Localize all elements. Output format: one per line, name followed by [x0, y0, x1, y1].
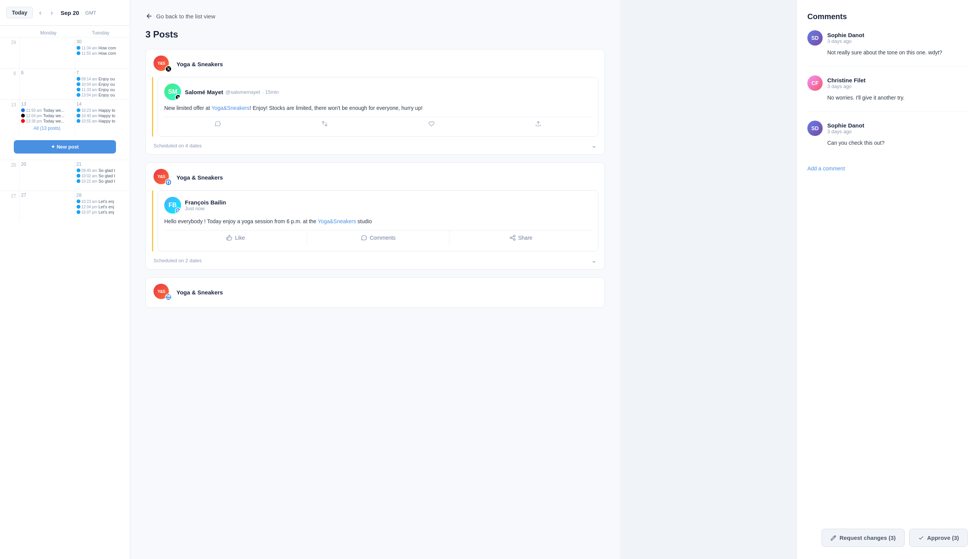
like-button[interactable]: Like: [164, 230, 307, 245]
calendar-event[interactable]: 11:34 am How com: [76, 46, 129, 50]
commenter-info: Sophie Danot 3 days ago: [827, 122, 864, 134]
post-card-1: Y&S Yoga & Sneakers SM: [145, 49, 605, 155]
event-time: 10:04 am: [81, 82, 98, 86]
back-link[interactable]: Go back to the list view: [145, 12, 605, 20]
brand-name: Yoga & Sneakers: [177, 174, 223, 181]
all-posts-link[interactable]: All (13 posts): [21, 124, 73, 132]
back-arrow-icon: [145, 12, 153, 20]
today-button[interactable]: Today: [6, 7, 33, 18]
calendar-event[interactable]: 11:55 am How com: [76, 51, 129, 56]
header-empty: [3, 30, 22, 36]
post-card-2: Y&S Yoga & Sneakers FB: [145, 162, 605, 270]
event-label: Enjoy ou: [98, 76, 115, 81]
approve-button[interactable]: Approve (3): [909, 529, 968, 547]
calendar-week: 27 27 28 10:23 am Let's enj 12:04 pm Let…: [0, 191, 130, 222]
event-label: So glad t: [98, 179, 115, 184]
comments-label: Comments: [370, 235, 396, 241]
thumbs-up-icon: [226, 234, 233, 241]
cell-date: 21: [76, 162, 129, 167]
scheduled-label: Scheduled on 4 dates: [154, 143, 202, 149]
comment-item: SD Sophie Danot 3 days ago Not really su…: [807, 30, 969, 66]
author-name: Salomé Mayet: [185, 89, 223, 95]
posts-count-title: 3 Posts: [145, 29, 605, 40]
request-changes-button[interactable]: Request changes (3): [821, 529, 905, 547]
cell-date: 28: [76, 193, 129, 198]
calendar-week: 6 6 7 09:14 am Enjoy ou 10:04 am Enjoy o…: [0, 68, 130, 99]
week-number: 13: [0, 100, 19, 134]
calendar-event[interactable]: 15:07 pm Let's enj: [76, 210, 129, 214]
next-button[interactable]: ›: [48, 7, 56, 18]
calendar-cell: 14 10:23 am Happy to 10:40 am Happy to 1…: [74, 100, 130, 134]
share-action[interactable]: [535, 120, 542, 127]
calendar-event[interactable]: 09:45 am So glad t: [76, 168, 129, 173]
post-avatar: FB: [164, 197, 181, 213]
calendar-week: 20 20 21 09:45 am So glad t 10:02 am So …: [0, 160, 130, 191]
prev-button[interactable]: ‹: [36, 7, 45, 18]
linkedin-badge: [165, 294, 172, 301]
event-time: 09:45 am: [81, 169, 98, 173]
event-time: 11:34 am: [81, 46, 98, 50]
post-link[interactable]: Yoga&Sneakers: [318, 218, 356, 224]
comments-button[interactable]: Comments: [307, 230, 450, 245]
new-post-button[interactable]: ✦ New post: [14, 140, 116, 154]
comment-action[interactable]: [214, 120, 221, 127]
event-dot: [76, 88, 80, 91]
calendar-event[interactable]: 10:22 am So glad t: [76, 179, 129, 184]
scheduled-row: Scheduled on 4 dates ⌄: [146, 137, 605, 154]
facebook-icon: [167, 180, 170, 184]
twitter-icon: [167, 67, 170, 71]
calendar-grid: Monday Tuesday 29 30 11:34 am How com 11…: [0, 26, 130, 225]
calendar-cell: 21 09:45 am So glad t 10:02 am So glad t…: [74, 160, 130, 191]
comment-icon: [214, 120, 221, 127]
approve-label: Approve (3): [927, 534, 959, 541]
post-text: New limited offer at Yoga&Sneakers! Enjo…: [164, 104, 592, 112]
calendar-event[interactable]: 10:04 am Enjoy ou: [76, 82, 129, 86]
like-action[interactable]: [428, 120, 435, 127]
event-label: How com: [98, 51, 116, 56]
calendar-event[interactable]: 12:04 pm Let's enj: [76, 205, 129, 209]
calendar-event[interactable]: 10:02 am So glad t: [76, 174, 129, 178]
event-dot: [76, 114, 80, 117]
event-time: 11:55 am: [81, 51, 98, 56]
post-link[interactable]: Yoga&Sneakers: [211, 105, 250, 111]
calendar-event[interactable]: 10:23 am Let's enj: [76, 199, 129, 204]
calendar-event[interactable]: 11:33 am Enjoy ou: [76, 87, 129, 92]
event-time: 09:14 am: [81, 77, 98, 81]
post-content: SM Salomé Mayet @salomemayet · 15min: [158, 77, 598, 137]
expand-button[interactable]: ⌄: [591, 141, 597, 150]
event-label: So glad t: [98, 168, 115, 173]
calendar-event[interactable]: 10:55 am Happy to: [76, 119, 129, 123]
avatar-network-badge: [175, 94, 181, 100]
calendar-event[interactable]: 13:38 pm Today we...: [21, 119, 73, 123]
scheduled-row: Scheduled on 2 dates ⌄: [146, 251, 605, 269]
expand-button[interactable]: ⌄: [591, 256, 597, 265]
cell-date: 20: [21, 162, 73, 167]
commenter-avatar: SD: [807, 121, 823, 136]
check-icon: [918, 535, 924, 541]
add-comment-link[interactable]: Add a comment: [807, 165, 969, 172]
commenter-name: Sophie Danot: [827, 32, 864, 38]
event-dot: [21, 108, 25, 112]
calendar-event[interactable]: 09:14 am Enjoy ou: [76, 76, 129, 81]
retweet-action[interactable]: [321, 120, 328, 127]
share-button[interactable]: Share: [450, 230, 592, 245]
post-inner: FB François Bailin Just now Hello everyb…: [152, 190, 598, 251]
calendar-event[interactable]: 13:04 pm Enjoy ou: [76, 93, 129, 97]
calendar-event[interactable]: 11:50 am Today we...: [21, 108, 73, 112]
bottom-actions: Request changes (3) Approve (3): [821, 529, 968, 547]
week-number: 6: [0, 69, 19, 99]
calendar-event[interactable]: 10:23 am Happy to: [76, 108, 129, 112]
commenter-avatar: SD: [807, 30, 823, 46]
event-time: 13:38 pm: [26, 119, 42, 123]
linkedin-icon: [167, 295, 170, 299]
author-handle: @salomemayet: [225, 89, 260, 95]
event-label: Enjoy ou: [98, 82, 115, 86]
event-time: 12:04 pm: [26, 114, 42, 118]
event-label: Let's enj: [98, 210, 114, 214]
calendar-event[interactable]: 10:40 am Happy to: [76, 113, 129, 118]
week-number: 29: [0, 38, 19, 68]
calendar-event[interactable]: 12:04 pm Today we...: [21, 113, 73, 118]
post-text: Hello everybody ! Today enjoy a yoga ses…: [164, 217, 592, 225]
event-dot: [76, 51, 80, 55]
calendar-cell: 27: [19, 191, 74, 222]
